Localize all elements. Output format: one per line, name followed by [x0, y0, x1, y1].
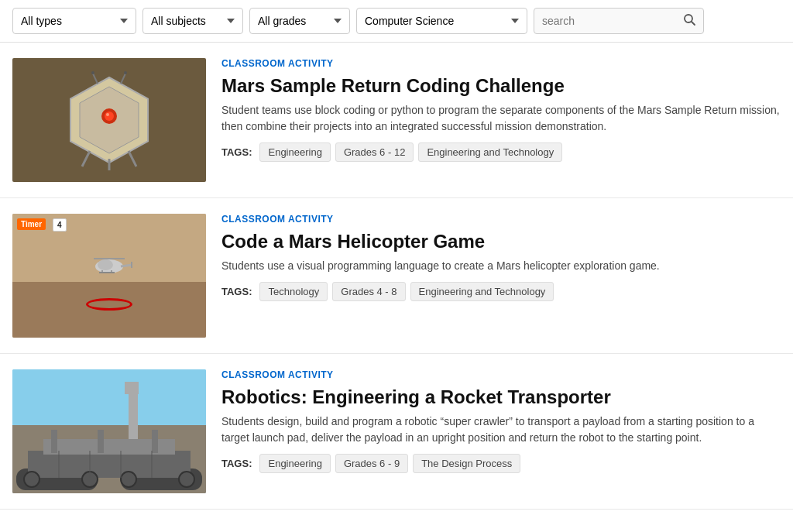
tags-row: TAGS: Technology Grades 4 - 8 Engineerin… — [221, 282, 781, 301]
svg-line-1 — [692, 22, 695, 25]
tags-row: TAGS: Engineering Grades 6 - 12 Engineer… — [221, 142, 781, 162]
category-label: CLASSROOM ACTIVITY — [221, 369, 781, 380]
svg-point-15 — [98, 259, 113, 270]
svg-point-12 — [91, 71, 94, 74]
tags-row: TAGS: Engineering Grades 6 - 9 The Desig… — [221, 454, 781, 473]
svg-line-7 — [82, 151, 90, 166]
grade-filter[interactable]: All grades K-2 3-5 6-8 9-12 — [249, 8, 350, 34]
svg-point-5 — [105, 112, 114, 121]
svg-point-6 — [106, 113, 109, 116]
category-label: CLASSROOM ACTIVITY — [221, 214, 781, 225]
svg-line-9 — [129, 151, 136, 166]
topic-filter[interactable]: Computer Science Engineering and Technol… — [356, 8, 527, 34]
svg-rect-26 — [51, 430, 57, 453]
type-filter[interactable]: All types Classroom Activity Article Vid… — [12, 8, 136, 34]
tag-badge[interactable]: Engineering — [259, 142, 330, 162]
tag-badge[interactable]: Grades 6 - 9 — [335, 454, 408, 473]
result-thumbnail — [12, 58, 206, 182]
result-description: Student teams use block coding or python… — [221, 102, 781, 135]
tag-badge[interactable]: Engineering and Technology — [410, 282, 554, 301]
result-thumbnail — [12, 369, 206, 493]
results-list: CLASSROOM ACTIVITY Mars Sample Return Co… — [0, 43, 793, 510]
svg-rect-27 — [98, 430, 104, 453]
filter-bar: All types Classroom Activity Article Vid… — [0, 0, 793, 43]
result-item: Timer 4 CLASSROOM ACTIVITY — [0, 198, 793, 354]
svg-point-31 — [121, 472, 136, 487]
result-description: Students design, build and program a rob… — [221, 414, 781, 446]
category-label: CLASSROOM ACTIVITY — [221, 58, 781, 69]
tag-badge[interactable]: Grades 6 - 12 — [335, 142, 414, 162]
result-title: Robotics: Engineering a Rocket Transport… — [221, 385, 781, 409]
tag-badge[interactable]: Engineering — [259, 454, 330, 473]
tag-badge[interactable]: Technology — [259, 282, 328, 301]
search-input[interactable] — [542, 15, 683, 27]
result-title: Mars Sample Return Coding Challenge — [221, 74, 781, 98]
tags-label: TAGS: — [221, 146, 252, 158]
tag-badge[interactable]: The Design Process — [413, 454, 520, 473]
tag-badge[interactable]: Grades 4 - 8 — [332, 282, 405, 301]
subject-filter[interactable]: All subjects Science Technology Engineer… — [142, 8, 243, 34]
svg-rect-24 — [28, 451, 191, 478]
result-content: CLASSROOM ACTIVITY Robotics: Engineering… — [221, 369, 781, 473]
result-item: CLASSROOM ACTIVITY Mars Sample Return Co… — [0, 43, 793, 198]
result-content: CLASSROOM ACTIVITY Code a Mars Helicopte… — [221, 214, 781, 301]
result-content: CLASSROOM ACTIVITY Mars Sample Return Co… — [221, 58, 781, 162]
svg-line-11 — [121, 74, 125, 84]
svg-point-13 — [124, 71, 127, 74]
result-title: Code a Mars Helicopter Game — [221, 229, 781, 253]
svg-line-16 — [121, 265, 132, 266]
result-description: Students use a visual programming langua… — [221, 258, 781, 274]
svg-rect-28 — [152, 430, 158, 453]
result-item: CLASSROOM ACTIVITY Robotics: Engineering… — [0, 354, 793, 510]
svg-line-10 — [93, 74, 98, 84]
svg-point-29 — [24, 472, 39, 487]
tag-badge[interactable]: Engineering and Technology — [418, 142, 562, 162]
tags-label: TAGS: — [221, 458, 252, 469]
svg-point-32 — [179, 472, 194, 487]
search-wrapper — [534, 8, 704, 34]
result-thumbnail: Timer 4 — [12, 214, 206, 338]
search-icon — [683, 13, 695, 29]
tags-label: TAGS: — [221, 286, 252, 297]
